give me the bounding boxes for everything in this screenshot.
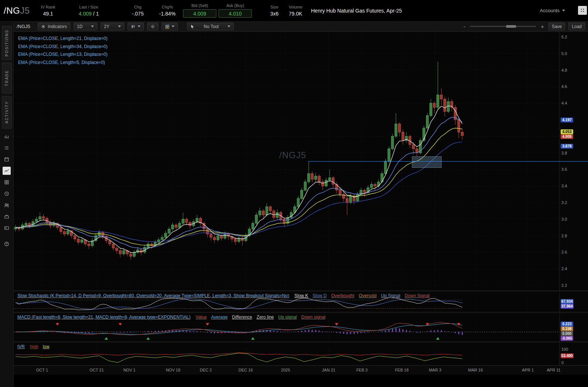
- load-button[interactable]: Load: [568, 23, 585, 30]
- time-axis-label: 2025: [281, 368, 290, 372]
- macd-value-bubble: 0.223: [561, 322, 573, 326]
- stochastic-pane[interactable]: Slow Stochastic (K Period=14, D Period=9…: [14, 292, 588, 312]
- macd-title[interactable]: MACD (Fast length=8, Slow length=21, MAC…: [17, 315, 190, 320]
- legend-item[interactable]: Down signal: [301, 315, 325, 320]
- time-axis-label: APR 11: [547, 368, 560, 372]
- price-axis-tick: 2.6: [561, 250, 567, 254]
- price-axis-tick: 2.4: [561, 267, 567, 271]
- time-axis-label: DEC 16: [239, 368, 253, 372]
- ivr-axis[interactable]: 100053.400: [560, 343, 588, 365]
- accounts-dropdown[interactable]: Accounts: [540, 8, 565, 13]
- legend-item[interactable]: Slow K: [294, 293, 308, 298]
- price-axis-tick: 5.2: [561, 35, 567, 39]
- last-value: 4.009: [79, 11, 92, 17]
- list-icon[interactable]: [3, 144, 11, 152]
- chevron-down-icon: [91, 26, 94, 27]
- last-size-value: / 1: [92, 11, 99, 17]
- time-axis[interactable]: OCT 1OCT 21NOV 1NOV 18DEC 2DEC 162025JAN…: [14, 365, 588, 375]
- ivr-legend: highlow: [30, 344, 50, 349]
- function-keys-icon[interactable]: [3, 224, 11, 232]
- size-value: 3x6: [270, 11, 279, 17]
- chart-type-dropdown[interactable]: [128, 23, 144, 30]
- layout-dropdown[interactable]: [162, 23, 178, 30]
- sidebar-tab-trade[interactable]: TRADE: [2, 62, 12, 94]
- stochastic-axis[interactable]: 67.93437.964: [560, 292, 588, 312]
- chart-symbol-input[interactable]: /NGJ5: [17, 24, 34, 29]
- chg-field: Chg -.075: [128, 5, 148, 17]
- ask-buy-button[interactable]: 4.010: [219, 9, 252, 18]
- symbol-month: J5: [20, 6, 30, 16]
- legend-item[interactable]: low: [43, 344, 50, 349]
- price-axis-tick: 3.2: [561, 200, 567, 205]
- time-axis-label: MAR 16: [468, 368, 483, 372]
- legend-item[interactable]: Up signal: [278, 315, 297, 320]
- drawing-tool-dropdown[interactable]: No Tool: [187, 23, 234, 30]
- users-icon[interactable]: [3, 201, 11, 209]
- ema-study-label[interactable]: EMA (Price=CLOSE, Length=21, Displace=0): [18, 35, 108, 43]
- price-axis-tick: 3.6: [561, 167, 567, 172]
- price-bubble: 3.878: [561, 144, 573, 149]
- zoom-out-button[interactable]: -: [462, 23, 466, 30]
- app-menu-button[interactable]: [578, 6, 587, 15]
- help-icon[interactable]: [3, 240, 11, 248]
- save-button[interactable]: Save: [548, 23, 565, 30]
- indicators-button[interactable]: Indicators: [38, 23, 70, 30]
- sidebar-icon-rail: [0, 132, 13, 248]
- legend-item[interactable]: Average: [211, 315, 227, 320]
- stochastic-title[interactable]: Slow Stochastic (K Period=14, D Period=9…: [17, 293, 289, 298]
- chg-value: -.075: [132, 11, 144, 17]
- ivr-plot[interactable]: [14, 343, 560, 365]
- time-axis-label: DEC 2: [200, 368, 212, 372]
- sidebar-tab-activity[interactable]: ACTIVITY: [2, 96, 12, 129]
- range-value: 2Y: [104, 24, 109, 29]
- macd-value-bubble: 0.000: [561, 331, 573, 336]
- time-axis-label: NOV 18: [166, 368, 180, 372]
- briefcase-icon[interactable]: [3, 213, 11, 221]
- bid-sell-button[interactable]: 4.009: [183, 9, 216, 18]
- volume-label: Volume: [289, 5, 303, 9]
- legend-item[interactable]: Oversold: [359, 293, 376, 298]
- clock-icon[interactable]: [3, 190, 11, 198]
- timeframe-dropdown[interactable]: 1D: [74, 23, 97, 30]
- highlight-zone-drawing[interactable]: [412, 156, 442, 168]
- last-size-label: Last / Size: [79, 5, 98, 9]
- macd-legend: ValueAverageDifferenceZero lineUp signal…: [196, 315, 325, 320]
- price-bubble: 4.197: [561, 118, 573, 122]
- zoom-slider-thumb[interactable]: [506, 25, 516, 28]
- legend-item[interactable]: Up Signal: [381, 293, 400, 298]
- calendar-icon[interactable]: [3, 155, 11, 163]
- chg-pct-field: Chg% -1.84%: [155, 5, 179, 17]
- iv-rank-field: IV Rank 49.1: [37, 5, 59, 17]
- candlestick-type-icon: [131, 24, 135, 29]
- ivr-pane[interactable]: IVR highlow 100053.400: [14, 343, 588, 365]
- grid-icon[interactable]: [3, 178, 11, 186]
- legend-item[interactable]: Overbought: [331, 293, 354, 298]
- ema-study-label[interactable]: EMA (Price=CLOSE, Length=13, Displace=0): [18, 51, 108, 59]
- quote-header: /NGJ5 IV Rank 49.1 Last / Size 4.009 / 1…: [0, 0, 588, 21]
- ema-study-label[interactable]: EMA (Price=CLOSE, Length=34, Displace=0): [18, 43, 108, 51]
- zoom-slider[interactable]: [470, 26, 536, 27]
- macd-pane[interactable]: MACD (Fast length=8, Slow length=21, MAC…: [14, 313, 588, 342]
- chart-icon[interactable]: [3, 167, 11, 175]
- legend-item[interactable]: Down Signal: [405, 293, 429, 298]
- horizontal-price-line[interactable]: [308, 161, 588, 162]
- chart-settings-button[interactable]: [147, 23, 158, 30]
- ivr-value-bubble: 53.400: [561, 353, 574, 358]
- price-axis-tick: 3.4: [561, 184, 567, 188]
- legend-item[interactable]: Value: [196, 315, 207, 320]
- legend-item[interactable]: Zero line: [257, 315, 274, 320]
- legend-item[interactable]: Difference: [232, 315, 252, 320]
- stats-icon[interactable]: [3, 132, 11, 140]
- legend-item[interactable]: high: [30, 344, 38, 349]
- legend-item[interactable]: Slow D: [312, 293, 327, 298]
- time-axis-label: APR 1: [522, 368, 534, 372]
- sidebar-tab-positions[interactable]: POSITIONS: [2, 26, 12, 60]
- chevron-down-icon: [172, 26, 175, 27]
- zoom-in-button[interactable]: +: [540, 23, 545, 30]
- ema-study-label[interactable]: EMA (Price=CLOSE, Length=5, Displace=0): [18, 59, 108, 67]
- macd-axis[interactable]: 0.2230.1580.000-0.065: [560, 313, 588, 342]
- range-dropdown[interactable]: 2Y: [101, 23, 124, 30]
- sidebar-tab-label: TRADE: [5, 70, 9, 86]
- ivr-title[interactable]: IVR: [17, 344, 25, 349]
- indicators-icon: [41, 24, 45, 29]
